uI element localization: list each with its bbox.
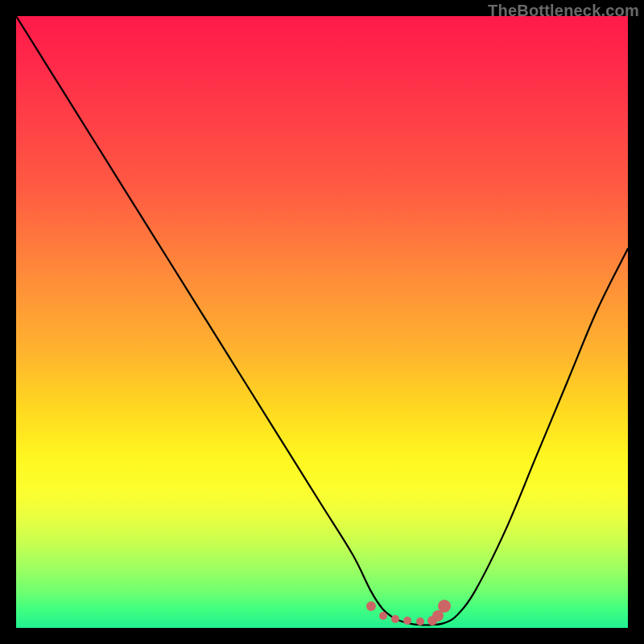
highlight-band [16,16,628,628]
attribution-text: TheBottleneck.com [488,2,639,20]
plot-area [16,16,628,628]
marker-dot [379,612,387,620]
marker-dot [416,617,424,625]
marker-dot [403,617,411,625]
marker-dot [366,601,376,611]
chart-frame: TheBottleneck.com [0,0,644,644]
marker-dot [391,615,399,623]
marker-dot [438,600,451,613]
